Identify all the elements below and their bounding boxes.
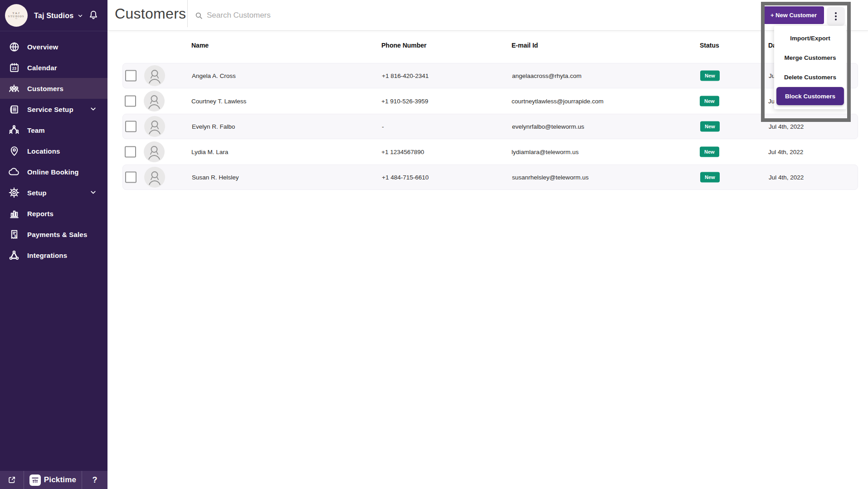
chart-icon <box>8 208 20 219</box>
sidebar-item-label: Payments & Sales <box>27 231 87 238</box>
status-badge: New <box>700 96 719 107</box>
menu-item-delete-customers[interactable]: Delete Customers <box>774 68 846 87</box>
sidebar-item-label: Locations <box>27 147 60 155</box>
customer-name: Evelyn R. Falbo <box>192 123 235 130</box>
customer-email: lydiamlara@teleworm.us <box>512 149 579 155</box>
sidebar-item-integrations[interactable]: Integrations <box>0 245 107 266</box>
table-row[interactable]: Evelyn R. Falbo - evelynrfalbo@teleworm.… <box>122 114 858 139</box>
cloud-icon <box>8 166 20 178</box>
menu-item-merge-customers[interactable]: Merge Customers <box>774 48 846 68</box>
customer-email: courtneytlawless@jourrapide.com <box>512 98 604 105</box>
help-question-icon: ? <box>93 475 98 485</box>
more-options-button[interactable] <box>827 7 845 26</box>
row-checkbox[interactable] <box>125 121 137 132</box>
customer-email: angelaacross@rhyta.com <box>512 73 581 79</box>
avatar <box>144 167 165 188</box>
sidebar-footer: Picktime ? <box>0 471 107 489</box>
sidebar: TAJ STUDIOS ~ Taj Studios Overview 23 <box>0 0 107 489</box>
external-link-icon <box>7 475 16 484</box>
sidebar-item-label: Service Setup <box>27 106 73 113</box>
chevron-down-icon <box>77 13 83 19</box>
picktime-brand[interactable]: Picktime <box>24 471 82 489</box>
integrations-icon <box>8 249 20 261</box>
sidebar-item-team[interactable]: Team <box>0 120 107 140</box>
row-checkbox[interactable] <box>125 96 136 107</box>
workspace-name: Taj Studios <box>34 12 73 20</box>
customer-phone: +1 816-420-2341 <box>382 73 429 79</box>
sidebar-item-locations[interactable]: Locations <box>0 140 107 161</box>
logo-flourish: ~ <box>15 18 17 20</box>
page-title: Customers <box>115 5 186 22</box>
search-input[interactable] <box>207 11 434 20</box>
table-row[interactable]: Lydia M. Lara +1 1234567890 lydiamlara@t… <box>122 139 858 165</box>
service-icon <box>8 103 20 115</box>
svg-text:$: $ <box>14 233 16 237</box>
help-button[interactable]: ? <box>82 475 107 485</box>
globe-icon <box>8 41 20 53</box>
sidebar-item-label: Reports <box>27 210 54 218</box>
customer-date-added: Jul 4th, 2022 <box>769 174 804 181</box>
status-badge: New <box>700 121 720 132</box>
picktime-wordmark: Picktime <box>44 475 77 484</box>
customer-email: susanrhelsley@teleworm.us <box>512 174 589 181</box>
row-checkbox[interactable] <box>125 70 137 82</box>
column-header-status: Status <box>700 42 719 49</box>
sidebar-item-payments-sales[interactable]: $ Payments & Sales <box>0 224 107 245</box>
customers-icon <box>8 82 20 94</box>
customer-phone: +1 484-715-6610 <box>382 174 429 181</box>
header-divider <box>187 0 188 27</box>
customer-name: Angela A. Cross <box>192 73 236 79</box>
avatar <box>144 141 165 162</box>
sidebar-item-label: Online Booking <box>27 168 79 176</box>
sidebar-item-overview[interactable]: Overview <box>0 36 107 57</box>
avatar <box>144 116 165 137</box>
open-booking-page-button[interactable] <box>0 471 24 489</box>
column-header-name: Name <box>191 42 209 49</box>
row-checkbox[interactable] <box>125 172 137 183</box>
menu-item-block-customers[interactable]: Block Customers <box>776 87 844 105</box>
page-header: Customers <box>107 0 868 31</box>
customer-phone: +1 910-526-3959 <box>381 98 428 105</box>
sidebar-item-calendar[interactable]: 23 Calendar <box>0 57 107 78</box>
chevron-down-icon <box>89 105 98 113</box>
status-badge: New <box>700 147 719 157</box>
sidebar-item-service-setup[interactable]: Service Setup <box>0 99 107 120</box>
picktime-logo-icon <box>29 474 41 486</box>
sidebar-item-customers[interactable]: Customers <box>0 78 107 99</box>
table-row[interactable]: Angela A. Cross +1 816-420-2341 angelaac… <box>122 63 858 88</box>
status-badge: New <box>700 71 720 81</box>
row-checkbox[interactable] <box>125 146 136 158</box>
calendar-icon: 23 <box>8 62 20 73</box>
table-row[interactable]: Courtney T. Lawless +1 910-526-3959 cour… <box>122 88 858 114</box>
new-customer-button[interactable]: + New Customer <box>763 6 824 24</box>
sidebar-nav: Overview 23 Calendar Customers Service S… <box>0 36 107 266</box>
pin-icon <box>8 145 20 157</box>
sidebar-item-label: Team <box>27 126 45 134</box>
customer-email: evelynrfalbo@teleworm.us <box>512 123 584 130</box>
workspace-logo: TAJ STUDIOS ~ <box>5 4 28 27</box>
sidebar-item-setup[interactable]: Setup <box>0 182 107 203</box>
customer-phone: - <box>382 123 384 130</box>
customer-actions-menu: Import/Export Merge Customers Delete Cus… <box>774 26 846 109</box>
column-header-email: E-mail Id <box>512 42 538 49</box>
team-icon <box>8 124 20 136</box>
customers-table: Angela A. Cross +1 816-420-2341 angelaac… <box>122 63 858 190</box>
menu-item-import-export[interactable]: Import/Export <box>774 29 846 48</box>
sidebar-item-label: Customers <box>27 85 63 92</box>
sidebar-item-reports[interactable]: Reports <box>0 203 107 224</box>
column-header-phone: Phone Number <box>381 42 427 49</box>
sidebar-item-label: Setup <box>27 189 47 197</box>
gear-icon <box>8 187 20 199</box>
customer-name: Lydia M. Lara <box>191 149 228 155</box>
sidebar-item-label: Calendar <box>27 64 57 72</box>
receipt-icon: $ <box>8 228 20 240</box>
notifications-bell-icon[interactable] <box>88 9 99 22</box>
sidebar-item-online-booking[interactable]: Online Booking <box>0 161 107 182</box>
sidebar-item-label: Overview <box>27 43 58 51</box>
workspace-header: TAJ STUDIOS ~ Taj Studios <box>0 0 107 31</box>
avatar <box>144 65 165 86</box>
table-row[interactable]: Susan R. Helsley +1 484-715-6610 susanrh… <box>122 165 858 190</box>
customer-date-added: Jul 4th, 2022 <box>769 123 804 130</box>
customer-name: Courtney T. Lawless <box>191 98 246 105</box>
workspace-switcher[interactable]: Taj Studios <box>34 0 83 31</box>
